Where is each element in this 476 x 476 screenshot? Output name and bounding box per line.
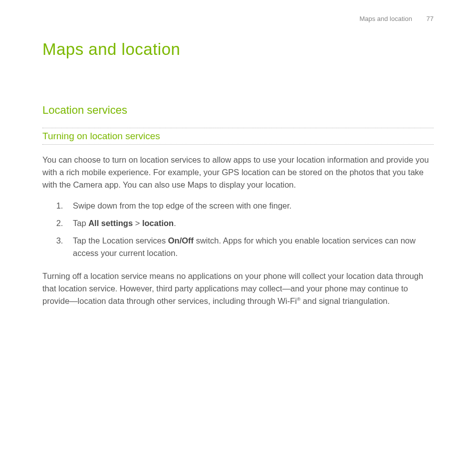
outro-paragraph: Turning off a location service means no … (42, 270, 434, 307)
page-header: Maps and location 77 (42, 15, 434, 22)
header-page-number: 77 (427, 15, 434, 22)
document-page: Maps and location 77 Maps and location L… (0, 0, 476, 341)
subsection-heading: Turning on location services (42, 128, 434, 145)
step-item: Tap the Location services On/Off switch.… (65, 235, 434, 259)
intro-paragraph: You can choose to turn on location servi… (42, 154, 434, 191)
section-heading: Location services (42, 104, 434, 117)
header-section: Maps and location (359, 15, 412, 22)
page-title: Maps and location (42, 40, 434, 59)
step-item: Swipe down from the top edge of the scre… (65, 200, 434, 212)
step-item: Tap All settings > location. (65, 217, 434, 230)
steps-list: Swipe down from the top edge of the scre… (42, 200, 434, 259)
